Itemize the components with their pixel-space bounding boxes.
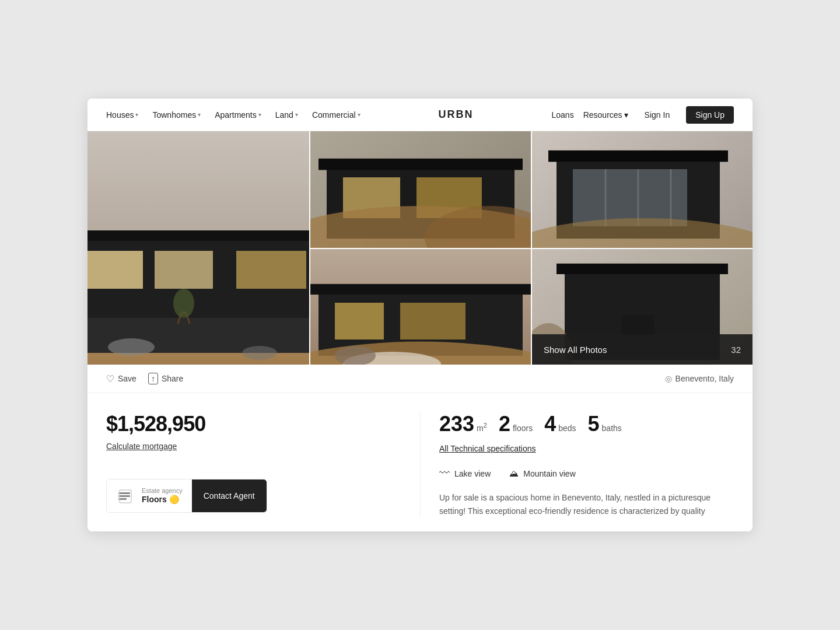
right-panel: 233 m2 2 floors 4 beds 5 baths All Techn…: [420, 412, 734, 517]
svg-point-10: [173, 289, 194, 318]
nav-left: Houses ▾ Townhomes ▾ Apartments ▾ Land ▾…: [106, 110, 360, 120]
svg-rect-6: [236, 251, 306, 289]
chevron-down-icon: ▾: [295, 111, 298, 118]
agency-info: Estate agency Floors 🟡: [107, 481, 192, 511]
tech-specs-link[interactable]: All Technical specifications: [439, 444, 536, 453]
action-left: ♡ Save ↑ Share: [106, 373, 183, 384]
svg-rect-21: [573, 169, 687, 226]
chevron-down-icon: ▾: [135, 111, 138, 118]
heart-icon: ♡: [106, 373, 114, 384]
nav-land[interactable]: Land ▾: [275, 110, 298, 120]
agency-card: Estate agency Floors 🟡 Contact Agent: [106, 479, 267, 513]
svg-rect-3: [88, 230, 309, 241]
mountain-view-icon: ⛰: [509, 468, 519, 479]
svg-point-9: [242, 346, 277, 360]
main-window: Houses ▾ Townhomes ▾ Apartments ▾ Land ▾…: [88, 99, 752, 531]
svg-rect-20: [548, 150, 728, 162]
area-stat: 233 m2: [439, 412, 487, 436]
agency-name: Floors 🟡: [142, 495, 179, 504]
left-panel: $1,528,950 Calculate mortgage: [106, 412, 420, 517]
photo-grid: Show All Photos 32: [88, 131, 752, 365]
photo-main[interactable]: [88, 131, 309, 365]
nav-townhomes[interactable]: Townhomes ▾: [152, 110, 201, 120]
photo-top-right[interactable]: [531, 131, 752, 248]
svg-point-8: [108, 338, 155, 356]
photo-top-mid[interactable]: [309, 131, 531, 248]
stats-row: 233 m2 2 floors 4 beds 5 baths: [439, 412, 734, 436]
nav-houses[interactable]: Houses ▾: [106, 110, 138, 120]
action-bar: ♡ Save ↑ Share ◎ Benevento, Italy: [88, 365, 752, 393]
photo-bottom-mid[interactable]: [309, 248, 531, 365]
svg-rect-29: [335, 303, 384, 340]
floors-stat: 2 floors: [499, 412, 533, 436]
agency-icon: [116, 487, 135, 505]
chevron-down-icon: ▾: [358, 111, 360, 118]
share-icon: ↑: [148, 373, 158, 384]
baths-stat: 5 baths: [588, 412, 622, 436]
feature-lake-view: 〰 Lake view: [439, 467, 491, 480]
save-button[interactable]: ♡ Save: [106, 373, 136, 384]
chevron-down-icon: ▾: [258, 111, 261, 118]
nav-resources[interactable]: Resources ▾: [583, 110, 628, 120]
show-all-photos-button[interactable]: Show All Photos 32: [532, 334, 752, 365]
svg-rect-5: [155, 251, 213, 289]
svg-rect-30: [400, 303, 466, 340]
price: $1,528,950: [106, 412, 401, 436]
nav-commercial[interactable]: Commercial ▾: [312, 110, 360, 120]
agency-text: Estate agency Floors 🟡: [142, 487, 183, 505]
contact-agent-button[interactable]: Contact Agent: [192, 480, 267, 512]
lake-view-icon: 〰: [439, 467, 450, 480]
svg-rect-35: [556, 264, 728, 274]
feature-mountain-view: ⛰ Mountain view: [509, 468, 576, 479]
share-button[interactable]: ↑ Share: [148, 373, 183, 384]
calculate-mortgage-link[interactable]: Calculate mortgage: [106, 442, 177, 451]
nav-loans[interactable]: Loans: [552, 110, 574, 120]
signup-button[interactable]: Sign Up: [686, 106, 734, 124]
description: Up for sale is a spacious home in Beneve…: [439, 491, 734, 517]
signin-button[interactable]: Sign In: [638, 107, 677, 123]
chevron-down-icon: ▾: [198, 111, 201, 118]
nav-right: Loans Resources ▾ Sign In Sign Up: [552, 106, 734, 124]
svg-rect-28: [310, 284, 531, 295]
svg-rect-13: [318, 159, 523, 170]
location-info: ◎ Benevento, Italy: [665, 374, 734, 383]
svg-rect-39: [118, 492, 130, 494]
photo-bottom-right[interactable]: Show All Photos 32: [531, 248, 752, 365]
svg-rect-40: [118, 495, 130, 497]
nav-apartments[interactable]: Apartments ▾: [215, 110, 261, 120]
navigation: Houses ▾ Townhomes ▾ Apartments ▾ Land ▾…: [88, 99, 752, 131]
main-content: $1,528,950 Calculate mortgage: [88, 393, 752, 531]
beds-stat: 4 beds: [544, 412, 576, 436]
location-pin-icon: ◎: [665, 374, 672, 383]
svg-rect-4: [88, 251, 143, 289]
logo[interactable]: URBN: [439, 108, 474, 121]
chevron-down-icon: ▾: [624, 110, 628, 120]
features-row: 〰 Lake view ⛰ Mountain view: [439, 467, 734, 480]
